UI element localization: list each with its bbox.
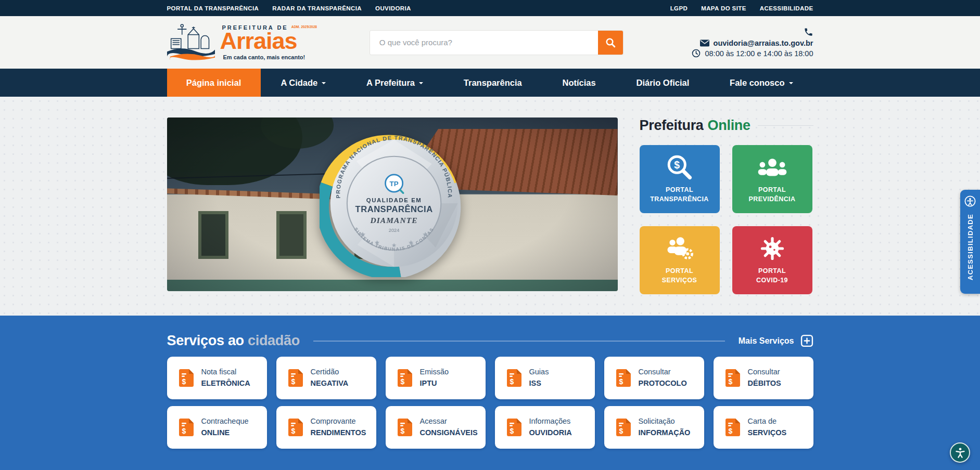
prefeitura-online-title: Prefeitura Online xyxy=(640,118,813,134)
service-card-certidao-negativa[interactable]: Certidão NEGATIVA xyxy=(276,357,376,399)
nav-label: A Cidade xyxy=(281,78,317,88)
contact-email-row: ouvidoria@arraias.to.gov.br xyxy=(700,39,813,47)
card-line1: Emissão xyxy=(420,367,449,378)
service-card-carta-de-servicos[interactable]: Carta de SERVIÇOS xyxy=(714,406,813,449)
card-line2: CONSIGNÁVEIS xyxy=(420,427,478,439)
title-accent: Online xyxy=(708,118,750,134)
service-card-nota-fiscal[interactable]: Nota fiscal ELETRÔNICA xyxy=(167,357,267,399)
nav-item-fale-conosco[interactable]: Fale conosco xyxy=(724,69,798,97)
virus-icon xyxy=(759,235,786,262)
medal-year: 2024 xyxy=(388,228,399,233)
card-line1: Consultar xyxy=(639,367,687,378)
chevron-down-icon xyxy=(419,82,423,86)
transparency-medal: PROGRAMA NACIONAL DE TRANSPARÊNCIA PÚBLI… xyxy=(320,132,465,277)
clock-icon xyxy=(692,49,701,58)
site-logo[interactable]: PREFEITURA DE ADM. 2025/2028 Arraias Em … xyxy=(167,22,317,63)
service-card-guias-iss[interactable]: Guias ISS xyxy=(495,357,595,399)
invoice-icon xyxy=(179,369,194,387)
nav-label: Fale conosco xyxy=(730,78,784,88)
tile-line2: COVID-19 xyxy=(756,277,788,284)
contact-email: ouvidoria@arraias.to.gov.br xyxy=(714,39,813,47)
card-line2: NEGATIVA xyxy=(311,378,349,389)
search-input[interactable] xyxy=(370,31,598,55)
card-line2: PROTOCOLO xyxy=(639,378,687,389)
card-line2: ELETRÔNICA xyxy=(201,378,250,389)
invoice-icon xyxy=(726,419,740,436)
topbar-link-portal-transparencia[interactable]: PORTAL DA TRANSPARÊNCIA xyxy=(167,5,259,11)
card-line1: Guias xyxy=(529,367,549,378)
topbar-link-ouvidoria[interactable]: OUVIDORIA xyxy=(375,5,411,11)
medal-tp-logo: TP xyxy=(389,180,398,188)
main-navigation: Página inicial A Cidade A Prefeitura Tra… xyxy=(0,69,980,97)
card-line1: Solicitação xyxy=(639,416,691,427)
card-line1: Consultar xyxy=(748,367,781,378)
services-divider xyxy=(313,341,725,342)
topbar-link-mapa-do-site[interactable]: MAPA DO SITE xyxy=(701,5,746,11)
invoice-icon xyxy=(398,419,412,436)
nav-item-a-cidade[interactable]: A Cidade xyxy=(275,69,331,97)
card-line2: ONLINE xyxy=(201,427,249,439)
topbar-link-acessibilidade[interactable]: ACESSIBILIDADE xyxy=(760,5,813,11)
service-card-contracheque-online[interactable]: Contracheque ONLINE xyxy=(167,406,267,449)
card-line2: IPTU xyxy=(420,378,449,389)
invoice-icon xyxy=(288,419,303,436)
tile-portal-covid19[interactable]: PORTAL COVID-19 xyxy=(732,226,812,294)
card-line1: Comprovante xyxy=(311,416,366,427)
invoice-icon xyxy=(288,369,303,387)
topbar-link-radar-transparencia[interactable]: RADAR DA TRANSPARÊNCIA xyxy=(272,5,362,11)
nav-item-transparencia[interactable]: Transparência xyxy=(459,69,527,97)
title-dark: Prefeitura xyxy=(640,118,704,134)
city-illustration-icon xyxy=(167,22,215,63)
nav-item-diario-oficial[interactable]: Diário Oficial xyxy=(631,69,694,97)
main-section: PROGRAMA NACIONAL DE TRANSPARÊNCIA PÚBLI… xyxy=(0,97,980,316)
tile-line1: PORTAL xyxy=(758,267,786,275)
card-line1: Informações xyxy=(529,416,572,427)
tile-portal-previdencia[interactable]: PORTAL PREVIDÊNCIA xyxy=(732,145,812,213)
tile-portal-transparencia[interactable]: PORTAL TRANSPARÊNCIA xyxy=(640,145,720,213)
invoice-icon xyxy=(726,369,740,387)
card-line2: SERVIÇOS xyxy=(748,427,787,439)
services-header: Serviços ao cidadão Mais Serviços xyxy=(167,333,813,349)
card-line2: DÉBITOS xyxy=(748,378,781,389)
service-card-consultar-protocolo[interactable]: Consultar PROTOCOLO xyxy=(604,357,704,399)
mail-icon xyxy=(700,40,709,47)
services-section: Serviços ao cidadão Mais Serviços Nota f… xyxy=(0,316,980,470)
nav-item-a-prefeitura[interactable]: A Prefeitura xyxy=(361,69,428,97)
chevron-down-icon xyxy=(789,82,793,86)
accessibility-side-tab[interactable]: ACESSIBILIDADE xyxy=(960,190,980,294)
services-title-accent: cidadão xyxy=(248,333,300,348)
services-title-main: Serviços ao xyxy=(167,333,244,348)
search-button[interactable] xyxy=(598,31,623,55)
site-header: PREFEITURA DE ADM. 2025/2028 Arraias Em … xyxy=(0,16,980,69)
service-card-acessar-consignaveis[interactable]: Acessar CONSIGNÁVEIS xyxy=(386,406,486,449)
more-services-button[interactable]: Mais Serviços xyxy=(739,334,813,347)
tile-line1: PORTAL xyxy=(758,186,786,193)
contact-hours-row: 08:00 às 12:00 e 14:00 às 18:00 xyxy=(692,49,813,58)
service-card-solicitacao-informacao[interactable]: Solicitação INFORMAÇÃO xyxy=(604,406,704,449)
nav-item-pagina-inicial[interactable]: Página inicial xyxy=(167,69,261,97)
logo-title: Arraias xyxy=(220,31,317,52)
service-card-consultar-debitos[interactable]: Consultar DÉBITOS xyxy=(714,357,813,399)
service-cards: Nota fiscal ELETRÔNICA Certidão NEGATIVA… xyxy=(167,357,813,449)
tile-portal-servicos[interactable]: PORTAL SERVIÇOS xyxy=(640,226,720,294)
site-search xyxy=(370,31,623,55)
people-group-icon xyxy=(758,156,787,178)
topbar-right-links: LGPD MAPA DO SITE ACESSIBILIDADE xyxy=(670,5,813,11)
nav-items: A Cidade A Prefeitura Transparência Notí… xyxy=(261,69,813,97)
tile-line2: TRANSPARÊNCIA xyxy=(650,195,709,203)
nav-item-noticias[interactable]: Notícias xyxy=(557,69,601,97)
people-gear-icon xyxy=(665,237,694,260)
logo-tagline: Em cada canto, mais encanto! xyxy=(223,54,317,60)
portal-tiles: PORTAL TRANSPARÊNCIA PORTAL PREVIDÊNCIA xyxy=(640,145,813,294)
plus-square-icon xyxy=(800,334,813,347)
topbar-link-lgpd[interactable]: LGPD xyxy=(670,5,688,11)
page: PORTAL DA TRANSPARÊNCIA RADAR DA TRANSPA… xyxy=(0,0,980,470)
card-line1: Acessar xyxy=(420,416,478,427)
service-card-informacoes-ouvidoria[interactable]: Informações OUVIDORIA xyxy=(495,406,595,449)
invoice-icon xyxy=(616,419,631,436)
service-card-comprovante-rendimentos[interactable]: Comprovante RENDIMENTOS xyxy=(276,406,376,449)
medal-line1: QUALIDADE EM xyxy=(366,197,422,203)
accessibility-widget-button[interactable] xyxy=(950,442,970,463)
search-dollar-icon xyxy=(666,154,693,181)
service-card-emissao-iptu[interactable]: Emissão IPTU xyxy=(386,357,486,399)
